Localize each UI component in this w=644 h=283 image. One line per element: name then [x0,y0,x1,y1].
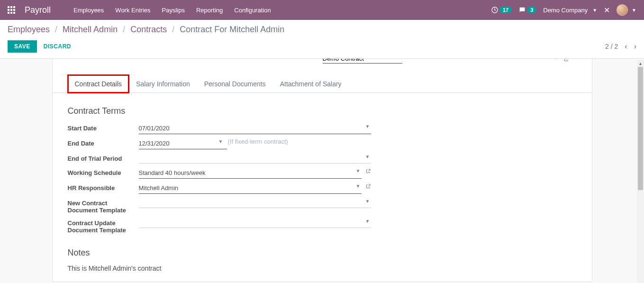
tab-attachment-of-salary[interactable]: Attachment of Salary [273,75,349,93]
form-wrap: ▼ Contract Details Salary Information Pe… [0,59,644,282]
section-title: Contract Terms [68,106,577,116]
form-sheet: ▼ Contract Details Salary Information Pe… [52,59,592,282]
breadcrumb: Employees / Mitchell Admin / Contracts /… [8,25,636,35]
external-link-icon[interactable] [563,59,569,62]
tab-contract-details[interactable]: Contract Details [68,75,129,93]
nav-employees[interactable]: Employees [68,7,109,14]
scrollbar-track[interactable]: ▴ [637,60,644,283]
nav-right: 17 3 Demo Company ▼ ✕ ▼ [491,4,636,16]
label-contract-update-doc: Contract Update Document Template [68,218,139,234]
input-hr-responsible[interactable] [139,183,362,194]
top-nav: Payroll Employees Work Entries Payslips … [0,0,644,20]
nav-menu: Employees Work Entries Payslips Reportin… [68,7,277,14]
external-link-icon[interactable] [365,183,371,189]
input-end-date[interactable] [139,138,227,149]
label-hr-responsible: HR Responsible [68,183,139,192]
label-working-schedule: Working Schedule [68,167,139,176]
tab-personal-documents[interactable]: Personal Documents [197,75,273,93]
avatar [617,4,628,16]
chat-indicator[interactable]: 3 [518,6,536,14]
chevron-down-icon: ▼ [592,8,597,13]
notes-section: Notes This is Mitchell Admin's contract [53,234,592,272]
pager-prev-icon[interactable]: ‹ [625,42,627,51]
input-working-schedule[interactable] [139,167,362,179]
action-row: SAVE DISCARD 2 / 2 ‹ › [8,40,636,53]
row-end-date: End Date ▼ (If fixed-term contract) [68,138,371,149]
label-start-date: Start Date [68,123,139,132]
contract-template-input[interactable] [323,59,402,64]
pager-next-icon[interactable]: › [634,42,636,51]
scroll-up-icon[interactable]: ▴ [637,60,644,67]
nav-configuration[interactable]: Configuration [228,7,276,14]
chevron-down-icon: ▼ [554,59,559,60]
notes-text[interactable]: This is Mitchell Admin's contract [68,265,577,272]
save-button[interactable]: SAVE [8,40,37,53]
tabs: Contract Details Salary Information Pers… [53,75,592,93]
contract-terms-section: Contract Terms Start Date ▼ End Date ▼ ( [53,93,592,234]
row-contract-update-doc: Contract Update Document Template ▼ [68,218,371,234]
chat-icon [518,6,526,14]
breadcrumb-mitchell-admin[interactable]: Mitchell Admin [63,25,118,34]
company-switcher[interactable]: Demo Company ▼ [543,7,597,14]
activity-badge: 17 [499,7,512,13]
hint-end-date: (If fixed-term contract) [228,138,288,145]
input-contract-update-doc[interactable] [139,218,371,228]
notes-title: Notes [68,248,577,258]
scrollbar-thumb[interactable] [638,67,643,190]
input-new-contract-doc[interactable] [139,198,371,208]
breadcrumb-contracts[interactable]: Contracts [130,25,167,34]
breadcrumb-sep: / [55,25,57,34]
pager: 2 / 2 ‹ › [605,42,636,51]
chat-badge: 3 [527,7,536,13]
row-end-trial: End of Trial Period ▼ [68,153,371,164]
pager-text: 2 / 2 [605,43,618,50]
chevron-down-icon: ▼ [632,8,636,13]
label-end-date: End Date [68,138,139,147]
row-start-date: Start Date ▼ [68,123,371,134]
company-name: Demo Company [543,7,588,14]
nav-reporting[interactable]: Reporting [190,7,228,14]
input-end-trial[interactable] [139,153,371,164]
nav-work-entries[interactable]: Work Entries [109,7,156,14]
user-menu[interactable]: ▼ [617,4,636,16]
breadcrumb-current: Contract For Mitchell Admin [180,25,284,34]
contract-template-row: ▼ [53,59,592,70]
breadcrumb-sep: / [172,25,174,34]
external-link-icon[interactable] [365,167,371,174]
control-bar: Employees / Mitchell Admin / Contracts /… [0,20,644,59]
row-new-contract-doc: New Contract Document Template ▼ [68,198,371,214]
row-hr-responsible: HR Responsible ▼ [68,183,371,194]
breadcrumb-employees[interactable]: Employees [8,25,50,34]
discard-button[interactable]: DISCARD [44,43,71,50]
breadcrumb-sep: / [123,25,125,34]
app-brand[interactable]: Payroll [25,5,51,15]
label-new-contract-doc: New Contract Document Template [68,198,139,214]
activity-indicator[interactable]: 17 [491,6,512,14]
clock-icon [491,6,499,14]
apps-icon[interactable] [8,6,15,14]
tab-salary-information[interactable]: Salary Information [129,75,197,93]
row-working-schedule: Working Schedule ▼ [68,167,371,179]
input-start-date[interactable] [139,123,371,134]
nav-payslips[interactable]: Payslips [156,7,190,14]
close-icon[interactable]: ✕ [604,6,610,15]
label-end-trial: End of Trial Period [68,153,139,162]
